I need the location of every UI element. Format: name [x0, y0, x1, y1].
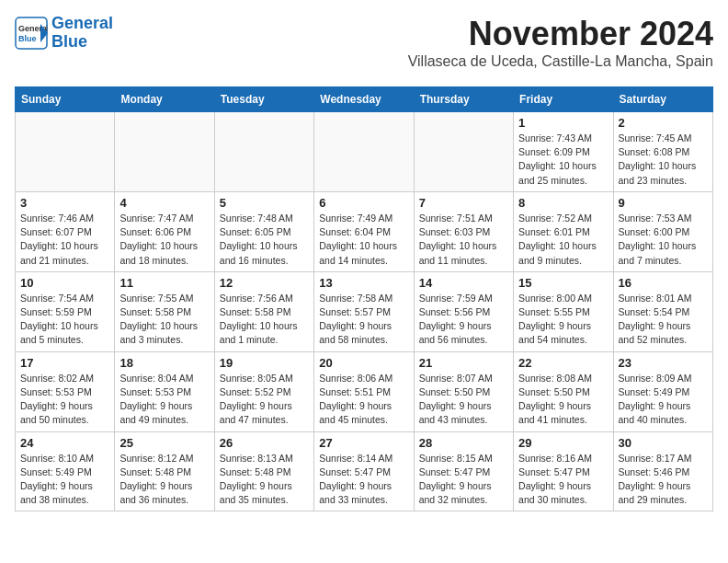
weekday-header-thursday: Thursday — [414, 87, 513, 112]
day-number: 15 — [518, 276, 608, 290]
calendar-cell: 28Sunrise: 8:15 AMSunset: 5:47 PMDayligh… — [414, 431, 513, 511]
month-title: November 2024 — [408, 15, 713, 53]
day-info: Sunrise: 7:45 AMSunset: 6:08 PMDaylight:… — [619, 132, 708, 188]
top-area: General Blue General Blue November 2024 … — [15, 15, 713, 79]
day-info: Sunrise: 8:00 AMSunset: 5:55 PMDaylight:… — [518, 292, 608, 348]
calendar-cell: 18Sunrise: 8:04 AMSunset: 5:53 PMDayligh… — [115, 351, 214, 431]
day-number: 26 — [220, 436, 309, 450]
day-info: Sunrise: 8:01 AMSunset: 5:54 PMDaylight:… — [619, 292, 708, 348]
day-number: 28 — [419, 436, 508, 450]
day-info: Sunrise: 8:09 AMSunset: 5:49 PMDaylight:… — [619, 372, 708, 428]
calendar-cell: 1Sunrise: 7:43 AMSunset: 6:09 PMDaylight… — [514, 112, 613, 192]
day-number: 19 — [220, 356, 309, 370]
day-info: Sunrise: 7:49 AMSunset: 6:04 PMDaylight:… — [319, 212, 408, 268]
day-number: 12 — [220, 276, 309, 290]
weekday-header-tuesday: Tuesday — [214, 87, 313, 112]
calendar-cell: 5Sunrise: 7:48 AMSunset: 6:05 PMDaylight… — [214, 191, 313, 271]
day-info: Sunrise: 8:05 AMSunset: 5:52 PMDaylight:… — [220, 372, 309, 428]
calendar-cell: 22Sunrise: 8:08 AMSunset: 5:50 PMDayligh… — [514, 351, 613, 431]
day-info: Sunrise: 8:06 AMSunset: 5:51 PMDaylight:… — [319, 372, 408, 428]
day-info: Sunrise: 8:04 AMSunset: 5:53 PMDaylight:… — [119, 372, 209, 428]
day-info: Sunrise: 8:14 AMSunset: 5:47 PMDaylight:… — [319, 452, 408, 508]
day-number: 4 — [119, 196, 209, 210]
day-number: 13 — [319, 276, 408, 290]
calendar-cell: 27Sunrise: 8:14 AMSunset: 5:47 PMDayligh… — [314, 431, 414, 511]
weekday-header-wednesday: Wednesday — [314, 87, 414, 112]
day-info: Sunrise: 8:02 AMSunset: 5:53 PMDaylight:… — [20, 372, 109, 428]
day-number: 23 — [619, 356, 708, 370]
day-number: 14 — [419, 276, 508, 290]
day-info: Sunrise: 7:51 AMSunset: 6:03 PMDaylight:… — [419, 212, 508, 268]
logo-icon: General Blue — [15, 17, 48, 50]
week-row-1: 1Sunrise: 7:43 AMSunset: 6:09 PMDaylight… — [16, 112, 713, 192]
weekday-header-row: SundayMondayTuesdayWednesdayThursdayFrid… — [16, 87, 713, 112]
weekday-header-monday: Monday — [115, 87, 214, 112]
calendar-cell: 8Sunrise: 7:52 AMSunset: 6:01 PMDaylight… — [514, 191, 613, 271]
week-row-2: 3Sunrise: 7:46 AMSunset: 6:07 PMDaylight… — [16, 191, 713, 271]
logo-general: General — [51, 14, 113, 32]
calendar-cell: 17Sunrise: 8:02 AMSunset: 5:53 PMDayligh… — [16, 351, 115, 431]
day-info: Sunrise: 8:17 AMSunset: 5:46 PMDaylight:… — [619, 452, 708, 508]
calendar-cell: 19Sunrise: 8:05 AMSunset: 5:52 PMDayligh… — [214, 351, 313, 431]
day-info: Sunrise: 8:07 AMSunset: 5:50 PMDaylight:… — [419, 372, 508, 428]
day-info: Sunrise: 7:58 AMSunset: 5:57 PMDaylight:… — [319, 292, 408, 348]
day-number: 30 — [619, 436, 708, 450]
calendar-cell: 6Sunrise: 7:49 AMSunset: 6:04 PMDaylight… — [314, 191, 414, 271]
title-section: November 2024 Villaseca de Uceda, Castil… — [408, 15, 713, 77]
week-row-5: 24Sunrise: 8:10 AMSunset: 5:49 PMDayligh… — [16, 431, 713, 511]
svg-text:Blue: Blue — [18, 34, 37, 43]
logo-blue: Blue — [51, 32, 87, 51]
day-info: Sunrise: 7:59 AMSunset: 5:56 PMDaylight:… — [419, 292, 508, 348]
calendar-cell: 25Sunrise: 8:12 AMSunset: 5:48 PMDayligh… — [115, 431, 214, 511]
day-info: Sunrise: 8:08 AMSunset: 5:50 PMDaylight:… — [518, 372, 608, 428]
calendar-cell: 30Sunrise: 8:17 AMSunset: 5:46 PMDayligh… — [613, 431, 712, 511]
calendar-cell: 13Sunrise: 7:58 AMSunset: 5:57 PMDayligh… — [314, 271, 414, 351]
calendar-cell: 20Sunrise: 8:06 AMSunset: 5:51 PMDayligh… — [314, 351, 414, 431]
calendar-cell: 15Sunrise: 8:00 AMSunset: 5:55 PMDayligh… — [514, 271, 613, 351]
day-number: 6 — [319, 196, 408, 210]
day-number: 25 — [119, 436, 209, 450]
day-number: 2 — [619, 116, 708, 130]
weekday-header-saturday: Saturday — [613, 87, 712, 112]
day-number: 9 — [619, 196, 708, 210]
week-row-3: 10Sunrise: 7:54 AMSunset: 5:59 PMDayligh… — [16, 271, 713, 351]
day-number: 20 — [319, 356, 408, 370]
calendar-cell: 12Sunrise: 7:56 AMSunset: 5:58 PMDayligh… — [214, 271, 313, 351]
day-info: Sunrise: 8:15 AMSunset: 5:47 PMDaylight:… — [419, 452, 508, 508]
day-number: 3 — [20, 196, 109, 210]
day-info: Sunrise: 8:16 AMSunset: 5:47 PMDaylight:… — [518, 452, 608, 508]
day-number: 21 — [419, 356, 508, 370]
day-info: Sunrise: 8:13 AMSunset: 5:48 PMDaylight:… — [220, 452, 309, 508]
day-number: 22 — [518, 356, 608, 370]
calendar-cell: 14Sunrise: 7:59 AMSunset: 5:56 PMDayligh… — [414, 271, 513, 351]
calendar-cell: 3Sunrise: 7:46 AMSunset: 6:07 PMDaylight… — [16, 191, 115, 271]
day-number: 17 — [20, 356, 109, 370]
day-number: 11 — [119, 276, 209, 290]
day-info: Sunrise: 7:55 AMSunset: 5:58 PMDaylight:… — [119, 292, 209, 348]
day-number: 27 — [319, 436, 408, 450]
calendar-cell: 7Sunrise: 7:51 AMSunset: 6:03 PMDaylight… — [414, 191, 513, 271]
logo: General Blue General Blue — [15, 15, 113, 52]
calendar-table: SundayMondayTuesdayWednesdayThursdayFrid… — [15, 86, 713, 511]
day-info: Sunrise: 7:53 AMSunset: 6:00 PMDaylight:… — [619, 212, 708, 268]
logo-text: General Blue — [51, 15, 113, 52]
calendar-cell: 4Sunrise: 7:47 AMSunset: 6:06 PMDaylight… — [115, 191, 214, 271]
calendar-cell: 23Sunrise: 8:09 AMSunset: 5:49 PMDayligh… — [613, 351, 712, 431]
day-number: 24 — [20, 436, 109, 450]
day-number: 10 — [20, 276, 109, 290]
calendar-cell: 9Sunrise: 7:53 AMSunset: 6:00 PMDaylight… — [613, 191, 712, 271]
day-info: Sunrise: 7:54 AMSunset: 5:59 PMDaylight:… — [20, 292, 109, 348]
day-number: 8 — [518, 196, 608, 210]
day-number: 1 — [518, 116, 608, 130]
day-number: 5 — [220, 196, 309, 210]
calendar-cell: 24Sunrise: 8:10 AMSunset: 5:49 PMDayligh… — [16, 431, 115, 511]
calendar-cell: 11Sunrise: 7:55 AMSunset: 5:58 PMDayligh… — [115, 271, 214, 351]
day-info: Sunrise: 7:43 AMSunset: 6:09 PMDaylight:… — [518, 132, 608, 188]
calendar-cell — [314, 112, 414, 192]
calendar-cell: 21Sunrise: 8:07 AMSunset: 5:50 PMDayligh… — [414, 351, 513, 431]
day-info: Sunrise: 7:52 AMSunset: 6:01 PMDaylight:… — [518, 212, 608, 268]
day-number: 16 — [619, 276, 708, 290]
day-number: 29 — [518, 436, 608, 450]
calendar-cell — [214, 112, 313, 192]
calendar-cell — [414, 112, 513, 192]
